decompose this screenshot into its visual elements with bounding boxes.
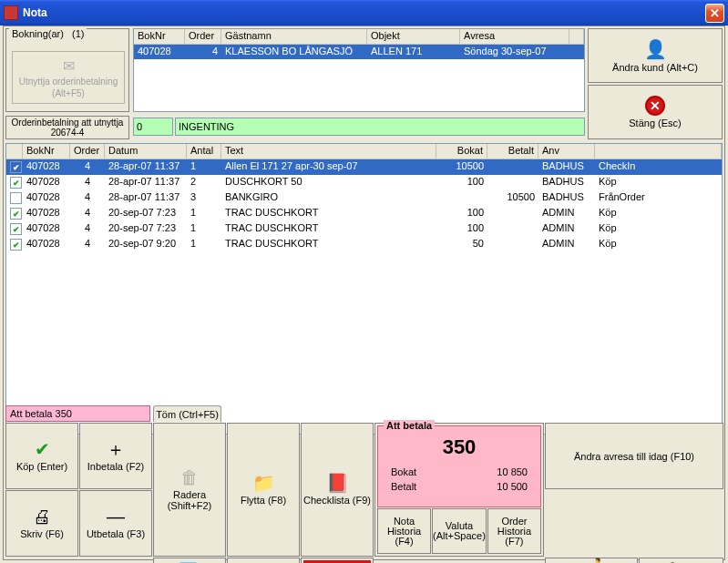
change-customer-button[interactable]: 👤 Ändra kund (Alt+C) bbox=[588, 28, 723, 83]
lines-table[interactable]: BokNr Order Datum Antal Text Bokat Betal… bbox=[5, 143, 723, 435]
table-row[interactable]: ✔407028420-sep-07 7:231TRAC DUSCHKORT100… bbox=[6, 221, 722, 237]
row-checkbox[interactable] bbox=[10, 192, 22, 204]
note-history-button[interactable]: Nota Historia (F4) bbox=[377, 508, 431, 554]
folder-icon: 📁 bbox=[252, 474, 275, 492]
row-checkbox[interactable]: ✔ bbox=[10, 208, 22, 220]
close-button[interactable]: ✕ Stäng (Esc) bbox=[588, 85, 723, 139]
table-row[interactable]: 407028428-apr-07 11:373BANKGIRO10500BADH… bbox=[6, 190, 722, 206]
exit-left-icon: ⇤🚶 bbox=[572, 558, 610, 563]
clear-button[interactable]: Töm (Ctrl+F5) bbox=[153, 405, 221, 422]
change-departure-button[interactable]: Ändra avresa till idag (F10) bbox=[545, 423, 723, 489]
guest-row[interactable]: 407028 4 KLAESSON BO LÅNGASJÖ ALLEN 171 … bbox=[134, 45, 584, 59]
envelope-icon: ✉ bbox=[63, 57, 75, 75]
guest-table[interactable]: BokNr Order Gästnamn Objekt Avresa 40702… bbox=[133, 28, 585, 112]
currency-button[interactable]: Valuta (Alt+Space) bbox=[432, 508, 487, 554]
table-row[interactable]: ✔407028428-apr-07 11:372DUSCHKORT 50100B… bbox=[6, 175, 722, 190]
row-checkbox[interactable]: ✔ bbox=[10, 177, 22, 189]
print-button[interactable]: 🖨Skriv (F6) bbox=[5, 490, 78, 557]
buy-button[interactable]: ✔Köp (Enter) bbox=[5, 423, 78, 489]
checklist-button[interactable]: 📕Checklista (F9) bbox=[301, 423, 374, 557]
table-row[interactable]: ✔407028428-apr-07 11:371Allen El 171 27 … bbox=[6, 159, 722, 175]
orderpay-text-field[interactable] bbox=[175, 118, 585, 136]
order-payment-label: Orderinbetalning att utnyttja 20674-4 bbox=[5, 116, 129, 139]
move-button: 📁Flytta (F8) bbox=[227, 423, 300, 557]
withdraw-button[interactable]: —Utbetala (F3) bbox=[79, 490, 152, 557]
delete-button: 🗑Radera (Shift+F2) bbox=[153, 423, 226, 557]
table-row[interactable]: ✔407028420-sep-07 9:201TRAC DUSCHKORT50A… bbox=[6, 237, 722, 252]
row-checkbox[interactable]: ✔ bbox=[10, 161, 22, 173]
app-icon bbox=[4, 5, 18, 20]
row-checkbox[interactable]: ✔ bbox=[10, 223, 22, 235]
use-order-payment-button: ✉ Utnyttja orderinbetalning (Alt+F5) bbox=[12, 51, 125, 104]
to-pay-summary: Att betala 350 bbox=[5, 405, 150, 422]
to-pay-box: Att betala 350 Bokat10 850 Betalt10 500 … bbox=[374, 423, 544, 557]
checkout-button[interactable]: 🚶⇥Utcheckning (F12) bbox=[639, 558, 723, 563]
lines-header: BokNr Order Datum Antal Text Bokat Betal… bbox=[6, 144, 722, 159]
guest-table-header: BokNr Order Gästnamn Objekt Avresa bbox=[134, 29, 584, 45]
deposit-button[interactable]: ＋Inbetala (F2) bbox=[79, 423, 152, 489]
book-icon: 📕 bbox=[326, 474, 349, 492]
table-row[interactable]: ✔407028420-sep-07 7:231TRAC DUSCHKORT100… bbox=[6, 206, 722, 221]
einvoice-checkout-button[interactable]: ⇤🚶E-faktura+utcheckning (F11) bbox=[545, 558, 638, 563]
check-icon: ✔ bbox=[35, 440, 50, 458]
order-history-button[interactable]: Order Historia (F7) bbox=[487, 508, 541, 554]
plus-icon: ＋ bbox=[107, 440, 125, 458]
customer-icon: 👤 bbox=[644, 38, 667, 60]
trash-icon: 🗑 bbox=[180, 468, 199, 486]
garo-button: GAROGaro (Alt+G) bbox=[227, 558, 300, 563]
edit-button[interactable]: 📝Ändra (Alt+E) bbox=[153, 558, 226, 563]
printer-icon: 🖨 bbox=[33, 507, 51, 526]
trac-card-button[interactable]: tractechnologyTrac-kort (Alt+T) bbox=[301, 558, 374, 563]
minus-icon: — bbox=[107, 507, 125, 526]
window-title: Nota bbox=[23, 6, 705, 19]
title-bar: Nota ✕ bbox=[0, 0, 728, 26]
close-circle-icon: ✕ bbox=[645, 96, 665, 116]
orderpay-amount-field[interactable] bbox=[133, 118, 173, 136]
bookings-group: Bokning(ar) (1) ✉ Utnyttja orderinbetaln… bbox=[5, 28, 129, 112]
close-icon[interactable]: ✕ bbox=[705, 4, 724, 23]
to-pay-total: 350 bbox=[378, 435, 540, 459]
row-checkbox[interactable]: ✔ bbox=[10, 239, 22, 251]
